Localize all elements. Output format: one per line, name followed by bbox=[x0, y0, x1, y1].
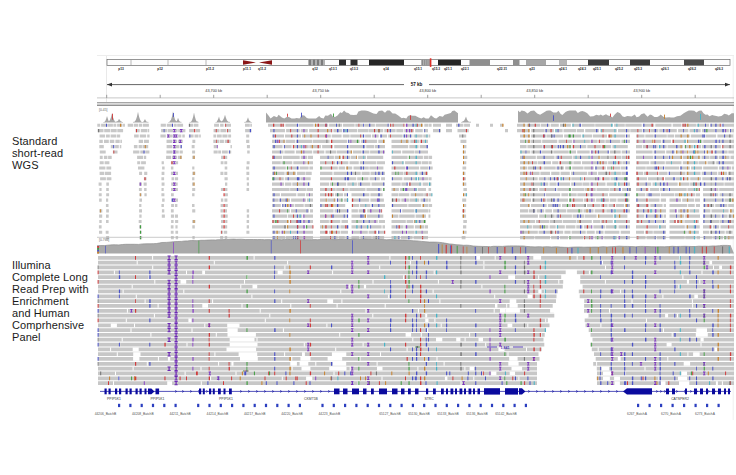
svg-text:65136_BatchB: 65136_BatchB bbox=[466, 412, 488, 416]
svg-text:q25.2: q25.2 bbox=[615, 67, 623, 71]
svg-text:6270_BatchA: 6270_BatchA bbox=[661, 412, 682, 416]
svg-text:PPIP5K1: PPIP5K1 bbox=[151, 397, 165, 401]
svg-text:43,700 kb: 43,700 kb bbox=[205, 89, 222, 93]
svg-text:6273_BatchA: 6273_BatchA bbox=[695, 412, 716, 416]
svg-text:q26.2: q26.2 bbox=[688, 67, 696, 71]
svg-text:q24.3: q24.3 bbox=[578, 67, 586, 71]
svg-text:65127_BatchB: 65127_BatchB bbox=[379, 412, 401, 416]
svg-text:q11.2: q11.2 bbox=[258, 67, 266, 71]
svg-text:q22.1: q22.1 bbox=[461, 67, 469, 71]
svg-text:q15.1: q15.1 bbox=[414, 67, 422, 71]
svg-text:44214_BatchB: 44214_BatchB bbox=[207, 412, 229, 416]
svg-text:PPIP5K1: PPIP5K1 bbox=[107, 397, 121, 401]
svg-text:44211_BatchB: 44211_BatchB bbox=[169, 412, 191, 416]
svg-text:q21.1: q21.1 bbox=[444, 67, 452, 71]
svg-text:p12: p12 bbox=[157, 67, 163, 71]
svg-text:44220_BatchB: 44220_BatchB bbox=[281, 412, 303, 416]
svg-text:6267_BatchA: 6267_BatchA bbox=[627, 412, 648, 416]
svg-text:q12: q12 bbox=[312, 67, 318, 71]
svg-text:65133_BatchB: 65133_BatchB bbox=[437, 412, 459, 416]
svg-text:43,850 kb: 43,850 kb bbox=[526, 89, 543, 93]
svg-text:[0-766]: [0-766] bbox=[99, 238, 109, 242]
svg-text:44208_BatchB: 44208_BatchB bbox=[132, 412, 154, 416]
svg-text:q26.3: q26.3 bbox=[715, 67, 723, 71]
svg-text:q13.3: q13.3 bbox=[350, 67, 358, 71]
svg-text:CATSPER2: CATSPER2 bbox=[671, 397, 689, 401]
svg-text:1,841: 1,841 bbox=[500, 346, 509, 350]
svg-text:43,800 kb: 43,800 kb bbox=[419, 89, 436, 93]
svg-text:STRC: STRC bbox=[424, 397, 434, 401]
svg-text:q24.1: q24.1 bbox=[559, 67, 567, 71]
svg-text:q13.1: q13.1 bbox=[329, 67, 337, 71]
svg-text:65130_BatchB: 65130_BatchB bbox=[408, 412, 430, 416]
svg-text:65142_BatchB: 65142_BatchB bbox=[495, 412, 517, 416]
svg-text:44206_BatchB: 44206_BatchB bbox=[95, 412, 117, 416]
svg-text:[0-45]: [0-45] bbox=[99, 108, 108, 112]
svg-text:q23: q23 bbox=[529, 67, 535, 71]
svg-text:44223_BatchB: 44223_BatchB bbox=[318, 412, 340, 416]
svg-text:q25.3: q25.3 bbox=[634, 67, 642, 71]
svg-text:43,750 kb: 43,750 kb bbox=[312, 89, 329, 93]
svg-text:q25.1: q25.1 bbox=[593, 67, 601, 71]
svg-text:p11.2: p11.2 bbox=[206, 67, 214, 71]
svg-text:CKMT1B: CKMT1B bbox=[304, 397, 318, 401]
svg-text:PPIP5K1: PPIP5K1 bbox=[219, 397, 233, 401]
svg-text:q26.1: q26.1 bbox=[661, 67, 669, 71]
svg-text:q15.3: q15.3 bbox=[432, 67, 440, 71]
svg-text:43,900 kb: 43,900 kb bbox=[633, 89, 650, 93]
svg-text:q22.31: q22.31 bbox=[497, 67, 507, 71]
svg-text:44217_BatchB: 44217_BatchB bbox=[244, 412, 266, 416]
svg-text:p13: p13 bbox=[118, 67, 124, 71]
svg-text:57 kb: 57 kb bbox=[411, 82, 423, 87]
svg-text:p11.1: p11.1 bbox=[243, 67, 251, 71]
svg-text:q14: q14 bbox=[383, 67, 389, 71]
